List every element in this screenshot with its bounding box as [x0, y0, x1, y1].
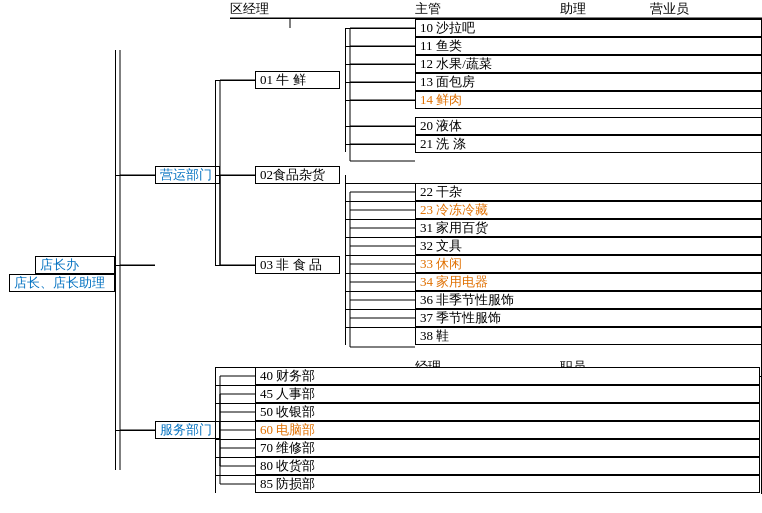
operations-dept-node: 营运部门	[155, 166, 220, 184]
s85-h	[215, 475, 255, 476]
division-02-node: 02食品杂货	[255, 166, 340, 184]
store-office-h-line	[115, 265, 155, 266]
ops-h-line	[115, 175, 155, 176]
section-12: 12 水果/蔬菜	[415, 55, 762, 73]
section-22: 22 干杂	[415, 183, 762, 201]
section-37: 37 季节性服饰	[415, 309, 762, 327]
division-01-node: 01 牛 鲜	[255, 71, 340, 89]
s14-v-down	[345, 100, 346, 135]
s11-h	[345, 46, 415, 47]
s10-h	[345, 28, 415, 29]
section-10: 10 沙拉吧	[415, 19, 762, 37]
section-34: 34 家用电器	[415, 273, 762, 291]
s20-h	[345, 126, 415, 127]
section-23: 23 冷冻冷藏	[415, 201, 762, 219]
s31-h	[345, 219, 415, 220]
section-14: 14 鲜肉	[415, 91, 762, 109]
s37-h	[345, 309, 415, 310]
section-13: 13 面包房	[415, 73, 762, 91]
s22-h	[345, 183, 415, 184]
section-36: 36 非季节性服饰	[415, 291, 762, 309]
s13-h	[345, 82, 415, 83]
s50-h	[215, 403, 255, 404]
section-85: 85 防损部	[255, 475, 760, 493]
section-60: 60 电脑部	[255, 421, 760, 439]
s23-h	[345, 201, 415, 202]
s12-h	[345, 64, 415, 65]
s70-h	[215, 439, 255, 440]
s21-h	[345, 144, 415, 145]
s36-h	[345, 291, 415, 292]
section-20: 20 液体	[415, 117, 762, 135]
section-50: 50 收银部	[255, 403, 760, 421]
section-32: 32 文具	[415, 237, 762, 255]
s80-h	[215, 457, 255, 458]
section-70: 70 维修部	[255, 439, 760, 457]
div02-h-line	[215, 175, 255, 176]
chart-container: 区经理 主管 助理 营业员 经理 职员 店长办 店长、店长助理 营运部门 01 …	[0, 0, 762, 513]
s14-h	[345, 100, 415, 101]
svc-h-line	[115, 430, 155, 431]
top-border	[230, 18, 762, 19]
s34-h	[345, 273, 415, 274]
ops-backbone	[215, 80, 216, 265]
s60-h	[215, 421, 255, 422]
header-assistant: 助理	[560, 0, 586, 18]
s40-h	[215, 367, 255, 368]
section-40: 40 财务部	[255, 367, 760, 385]
s32-h	[345, 237, 415, 238]
main-backbone	[115, 50, 116, 470]
section-38: 38 鞋	[415, 327, 762, 345]
header-supervisor: 主管	[415, 0, 441, 18]
division-03-node: 03 非 食 品	[255, 256, 340, 274]
s10-v-up	[345, 28, 346, 80]
section-45: 45 人事部	[255, 385, 760, 403]
store-director-node: 店长、店长助理	[9, 274, 115, 292]
header-district-manager: 区经理	[230, 0, 269, 18]
section-80: 80 收货部	[255, 457, 760, 475]
div03-h-line	[215, 265, 255, 266]
s45-h	[215, 385, 255, 386]
s38-h	[345, 327, 415, 328]
store-office-node: 店长办	[35, 256, 115, 274]
section-11: 11 鱼类	[415, 37, 762, 55]
section-21: 21 洗 涤	[415, 135, 762, 153]
s33-h	[345, 255, 415, 256]
div01-h-line	[215, 80, 255, 81]
section-33: 33 休闲	[415, 255, 762, 273]
section-31: 31 家用百货	[415, 219, 762, 237]
div02-right-backbone	[345, 175, 346, 219]
service-dept-node: 服务部门	[155, 421, 220, 439]
header-sales: 营业员	[650, 0, 689, 18]
